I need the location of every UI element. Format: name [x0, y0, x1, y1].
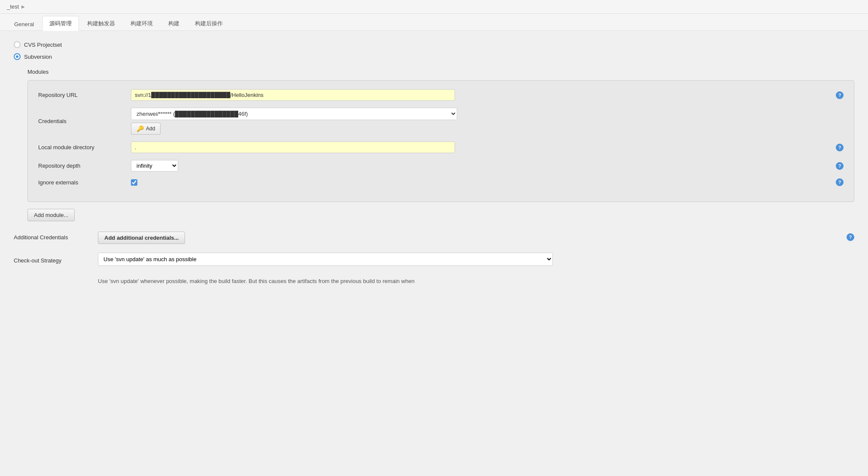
- ignore-externals-checkbox[interactable]: [131, 179, 137, 186]
- local-dir-row: Local module directory ?: [38, 142, 844, 153]
- credentials-control: zhenwei/****** (████████████████46f) 🔑 A…: [131, 108, 844, 135]
- breadcrumb-chevron: ▶: [21, 4, 25, 9]
- breadcrumb: _test ▶: [7, 3, 25, 10]
- repository-url-help[interactable]: ?: [836, 91, 844, 99]
- depth-select[interactable]: infinity empty files immediates: [131, 160, 178, 172]
- project-name[interactable]: _test: [7, 3, 19, 10]
- credentials-select-row: zhenwei/****** (████████████████46f): [131, 108, 457, 120]
- depth-help[interactable]: ?: [836, 162, 844, 170]
- radio-svn[interactable]: Subversion: [14, 53, 854, 60]
- ignore-externals-help[interactable]: ?: [836, 178, 844, 186]
- add-credentials-row: 🔑 Add: [131, 123, 161, 135]
- add-module-button[interactable]: Add module...: [27, 209, 75, 221]
- radio-svn-circle: [14, 53, 21, 60]
- ignore-externals-row: Ignore externals ?: [38, 178, 844, 186]
- tab-trigger[interactable]: 构建触发器: [80, 16, 122, 31]
- radio-cvs-label: CVS Projectset: [24, 42, 62, 48]
- add-module-label: Add module...: [34, 212, 68, 218]
- tab-general[interactable]: General: [7, 17, 41, 31]
- local-dir-label: Local module directory: [38, 144, 124, 151]
- tabs-bar: General 源码管理 构建触发器 构建环境 构建 构建后操作: [0, 14, 868, 31]
- main-content: CVS Projectset Subversion Modules Reposi…: [0, 31, 868, 417]
- tab-env[interactable]: 构建环境: [123, 16, 160, 31]
- radio-cvs[interactable]: CVS Projectset: [14, 41, 854, 48]
- repository-url-row: Repository URL ?: [38, 89, 844, 101]
- local-dir-input[interactable]: [131, 142, 455, 153]
- tab-post[interactable]: 构建后操作: [188, 16, 230, 31]
- additional-credentials-control: Add additional credentials...: [98, 232, 840, 244]
- add-credentials-label: Add: [146, 126, 155, 132]
- checkout-description: Use 'svn update' whenever possible, maki…: [98, 277, 415, 286]
- ignore-externals-control: [131, 179, 829, 186]
- checkout-strategy-section: Check-out Strategy Use 'svn update' as m…: [14, 253, 854, 286]
- add-additional-button[interactable]: Add additional credentials...: [98, 232, 185, 244]
- additional-credentials-section: Additional Credentials Add additional cr…: [14, 232, 854, 244]
- local-dir-control: [131, 142, 829, 153]
- credentials-label: Credentials: [38, 118, 124, 124]
- radio-svn-label: Subversion: [24, 54, 52, 60]
- depth-row: Repository depth infinity empty files im…: [38, 160, 844, 172]
- ignore-externals-label: Ignore externals: [38, 179, 124, 186]
- radio-cvs-circle: [14, 41, 21, 48]
- add-credentials-button[interactable]: 🔑 Add: [131, 123, 161, 135]
- repository-url-input[interactable]: [131, 89, 455, 101]
- checkout-strategy-control: Use 'svn update' as much as possible Alw…: [98, 253, 854, 266]
- checkout-strategy-label: Check-out Strategy: [14, 255, 91, 264]
- tab-build[interactable]: 构建: [161, 16, 187, 31]
- scm-radio-group: CVS Projectset Subversion: [14, 41, 854, 60]
- additional-credentials-help[interactable]: ?: [847, 233, 854, 241]
- key-icon: 🔑: [137, 125, 144, 132]
- repository-url-label: Repository URL: [38, 92, 124, 98]
- credentials-select[interactable]: zhenwei/****** (████████████████46f): [131, 108, 457, 120]
- add-additional-label: Add additional credentials...: [104, 235, 179, 241]
- additional-credentials-label: Additional Credentials: [14, 232, 91, 241]
- checkout-strategy-select[interactable]: Use 'svn update' as much as possible Alw…: [98, 253, 553, 266]
- depth-label: Repository depth: [38, 163, 124, 169]
- tab-source[interactable]: 源码管理: [42, 16, 79, 31]
- depth-control: infinity empty files immediates: [131, 160, 829, 172]
- module-box: Repository URL ? Credentials zhenwei/***…: [27, 80, 854, 202]
- repository-url-control: [131, 89, 829, 101]
- top-bar: _test ▶: [0, 0, 868, 14]
- local-dir-help[interactable]: ?: [836, 144, 844, 151]
- credentials-row: Credentials zhenwei/****** (████████████…: [38, 108, 844, 135]
- modules-section-label: Modules: [27, 69, 854, 75]
